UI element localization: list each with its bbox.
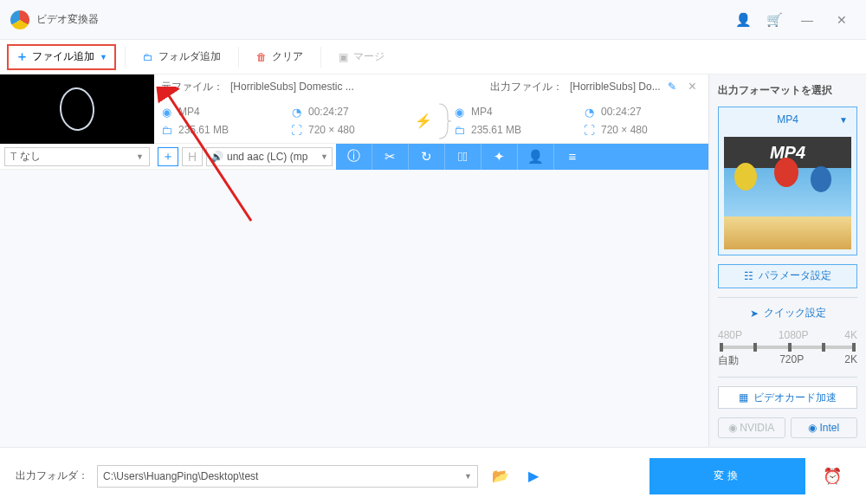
out-size: 235.61 MB — [471, 124, 521, 136]
info-button[interactable]: ⓘ — [336, 144, 372, 170]
out-resolution: 720 × 480 — [601, 124, 648, 136]
text-icon: T — [10, 151, 16, 163]
gpu-accel-button[interactable]: ▦ ビデオカード加速 — [718, 386, 857, 409]
schedule-icon[interactable]: ⏰ — [814, 467, 850, 486]
chevron-down-icon: ▼ — [320, 152, 328, 161]
quick-settings-title: ➤ クイック設定 — [718, 306, 857, 320]
output-folder-label: 出力フォルダ： — [16, 468, 88, 483]
bolt-icon: ➤ — [750, 307, 759, 320]
merge-label: マージ — [353, 49, 385, 64]
output-file-label: 出力ファイル： — [490, 80, 563, 94]
source-file-name: [HorribleSubs] Domestic ... — [230, 81, 354, 93]
plus-icon: ＋ — [16, 48, 29, 65]
add-file-button[interactable]: ＋ ファイル追加 ▼ — [7, 44, 116, 70]
edit-toolbar: ⓘ ✂ ↻ ✂⃞ ✦ 👤 ≡ — [336, 144, 708, 170]
merge-icon: ▣ — [339, 51, 348, 63]
output-format-selector[interactable]: MP4 ▼ MP4 — [718, 107, 857, 255]
add-folder-button[interactable]: 🗀 フォルダ追加 — [134, 44, 229, 70]
audio-icon: 🔊 — [210, 151, 223, 163]
out-duration: 00:24:27 — [601, 106, 642, 118]
remove-item-icon[interactable]: × — [683, 79, 701, 94]
audio-value: und aac (LC) (mp — [227, 151, 307, 163]
trim-button[interactable]: ✂ — [372, 144, 409, 170]
parameter-settings-button[interactable]: ☷ パラメータ設定 — [718, 264, 857, 288]
output-path-input[interactable]: C:\Users\HuangPing\Desktop\test ▼ — [97, 465, 478, 488]
format-icon: ◉ — [452, 106, 466, 119]
header-toggle-button[interactable]: H — [182, 147, 203, 166]
merge-button[interactable]: ▣ マージ — [330, 44, 393, 70]
lightning-icon: ⚡ — [410, 113, 436, 129]
format-icon: ◉ — [159, 106, 173, 119]
src-format: MP4 — [178, 106, 200, 118]
chip-icon: ▦ — [739, 391, 748, 404]
add-folder-label: フォルダ追加 — [158, 49, 221, 64]
parameter-label: パラメータ設定 — [759, 268, 831, 283]
audio-track-select[interactable]: 🔊 und aac (LC) (mp ▼ — [206, 147, 333, 166]
output-file-name: [HorribleSubs] Do... — [570, 81, 661, 93]
minimize-button[interactable]: — — [793, 10, 821, 30]
subtitle-button[interactable]: ≡ — [554, 144, 591, 170]
clear-label: クリア — [272, 49, 303, 64]
rotate-button[interactable]: ↻ — [409, 144, 445, 170]
rename-icon[interactable]: ✎ — [668, 81, 676, 93]
chevron-down-icon: ▼ — [136, 152, 144, 161]
subtitle-select[interactable]: T なし ▼ — [4, 147, 150, 166]
duration-icon: ◔ — [289, 106, 303, 119]
size-icon: 🗀 — [452, 124, 466, 137]
open-folder-icon[interactable]: 📂 — [487, 468, 514, 484]
src-size: 235.61 MB — [178, 124, 229, 136]
video-thumbnail[interactable] — [0, 74, 154, 144]
video-item[interactable]: 元ファイル： [HorribleSubs] Domestic ... 出力ファイ… — [0, 74, 708, 144]
close-window-button[interactable]: ✕ — [828, 10, 856, 30]
chevron-down-icon: ▼ — [100, 53, 107, 61]
effects-button[interactable]: ✦ — [481, 144, 518, 170]
watermark-button[interactable]: 👤 — [518, 144, 554, 170]
resolution-icon: ⛶ — [582, 124, 596, 137]
format-value: MP4 — [777, 113, 798, 126]
app-logo — [10, 10, 29, 29]
src-resolution: 720 × 480 — [308, 124, 355, 136]
add-file-label: ファイル追加 — [32, 49, 94, 64]
format-panel-title: 出力フォーマットを選択 — [718, 83, 857, 98]
trash-icon: 🗑 — [256, 51, 267, 63]
format-preview-icon: MP4 — [724, 137, 851, 249]
folder-plus-icon: 🗀 — [143, 51, 153, 63]
convert-button[interactable]: 変換 — [650, 458, 805, 494]
app-title: ビデオ変換器 — [36, 12, 99, 27]
cart-icon[interactable]: 🛒 — [762, 8, 786, 32]
browse-video-icon[interactable]: ▶ — [523, 468, 544, 484]
src-duration: 00:24:27 — [308, 106, 349, 118]
resolution-slider[interactable]: 480P1080P4K 自動720P2K — [718, 329, 857, 368]
subtitle-value: なし — [20, 149, 41, 164]
chevron-down-icon: ▼ — [839, 115, 848, 125]
resolution-icon: ⛶ — [289, 124, 303, 137]
file-list-area[interactable] — [0, 170, 708, 447]
out-format: MP4 — [471, 106, 493, 118]
nvidia-badge: ◉NVIDIA — [718, 417, 785, 438]
source-file-label: 元ファイル： — [161, 80, 223, 94]
crop-button[interactable]: ✂⃞ — [445, 144, 481, 170]
intel-badge: ◉Intel — [791, 417, 858, 438]
size-icon: 🗀 — [159, 124, 173, 137]
duration-icon: ◔ — [582, 106, 596, 119]
add-subtitle-button[interactable]: ＋ — [158, 147, 178, 166]
sliders-icon: ☷ — [744, 270, 753, 282]
chevron-down-icon: ▼ — [464, 472, 472, 481]
clear-button[interactable]: 🗑 クリア — [248, 44, 312, 70]
output-path-value: C:\Users\HuangPing\Desktop\test — [103, 470, 258, 482]
account-icon[interactable]: 👤 — [731, 8, 755, 32]
